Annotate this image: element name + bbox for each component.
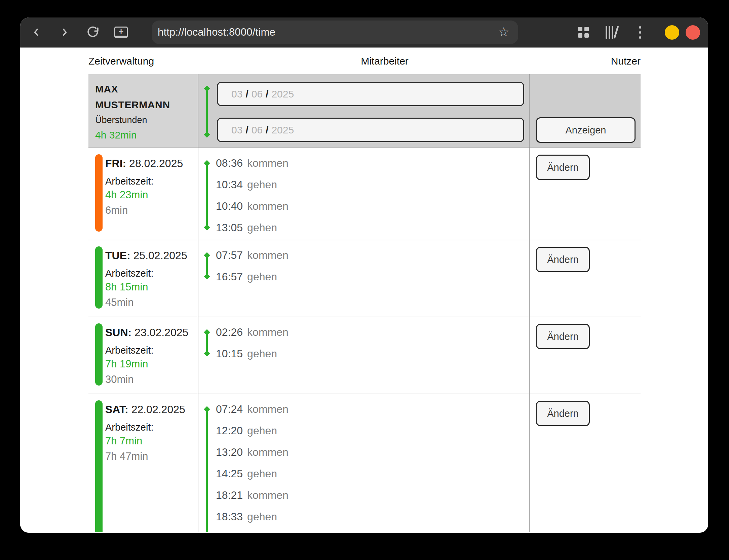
time-entry: 18:21 kommen xyxy=(216,484,529,506)
worktime-label: Arbeitszeit: xyxy=(105,421,198,433)
time-entry: 16:57 gehen xyxy=(216,266,529,287)
nav-mitarbeiter[interactable]: Mitarbeiter xyxy=(361,55,409,67)
browser-window: + http://localhost:8000/time ☆ xyxy=(20,17,708,533)
date-to-day: 03 xyxy=(231,124,242,136)
aendern-button[interactable]: Ändern xyxy=(536,401,590,426)
worktime-label: Arbeitszeit: xyxy=(105,344,198,356)
worktime-label: Arbeitszeit: xyxy=(105,267,198,279)
forward-button[interactable] xyxy=(55,22,74,43)
time-type: kommen xyxy=(247,403,289,415)
date-range-cell: 03/06/2025 03/06/2025 xyxy=(198,74,530,148)
time-value: 21:34 xyxy=(216,532,243,532)
time-value: 18:21 xyxy=(216,489,243,502)
time-type: gehen xyxy=(247,511,277,523)
grid-icon xyxy=(578,27,589,38)
page-content: Zeitverwaltung Mitarbeiter Nutzer MAX MU… xyxy=(20,48,708,532)
date-separator: / xyxy=(245,88,248,100)
worktime-label: Arbeitszeit: xyxy=(105,175,198,187)
date-to-input[interactable]: 03/06/2025 xyxy=(217,118,524,142)
reload-button[interactable] xyxy=(83,22,102,43)
bookmark-star-icon[interactable]: ☆ xyxy=(498,25,509,39)
employee-name-line1: MAX xyxy=(95,81,198,97)
back-button[interactable] xyxy=(27,22,46,43)
time-entries-cell: 08:36 kommen 10:34 gehen 10:40 kommen 13… xyxy=(198,148,530,240)
date-separator: / xyxy=(266,124,268,136)
time-value: 08:36 xyxy=(216,157,243,169)
date-range-timeline xyxy=(206,88,208,135)
time-type: gehen xyxy=(247,348,277,360)
day-heading: SUN: 23.02.2025 xyxy=(105,326,198,339)
aendern-button[interactable]: Ändern xyxy=(536,324,590,349)
time-table: MAX MUSTERMANN Überstunden 4h 32min 03/0… xyxy=(88,74,641,532)
window-minimize-button[interactable] xyxy=(665,25,679,40)
library-icon xyxy=(604,26,619,39)
nav-nutzer[interactable]: Nutzer xyxy=(611,55,641,67)
date-separator: / xyxy=(266,88,268,100)
timeline xyxy=(206,163,208,228)
date-from-year: 2025 xyxy=(271,88,294,100)
reload-icon xyxy=(85,25,100,40)
overtime-value: 4h 32min xyxy=(95,127,198,143)
time-value: 02:26 xyxy=(216,326,243,338)
nav-zeitverwaltung[interactable]: Zeitverwaltung xyxy=(88,55,154,67)
browser-toolbar: + http://localhost:8000/time ☆ xyxy=(20,17,708,48)
time-type: gehen xyxy=(247,271,277,283)
date-to-month: 06 xyxy=(252,124,263,136)
time-type: kommen xyxy=(247,532,289,532)
time-entry: 13:20 kommen xyxy=(216,441,529,463)
day-summary-cell: FRI: 28.02.2025 Arbeitszeit: 4h 23min 6m… xyxy=(88,148,198,240)
time-type: kommen xyxy=(247,326,289,338)
timeline xyxy=(206,255,208,277)
day-row: FRI: 28.02.2025 Arbeitszeit: 4h 23min 6m… xyxy=(88,148,641,240)
date-to-year: 2025 xyxy=(271,124,294,136)
day-action-cell: Ändern xyxy=(530,240,641,317)
aendern-button[interactable]: Ändern xyxy=(536,247,590,272)
apps-grid-button[interactable] xyxy=(574,22,593,43)
time-value: 10:15 xyxy=(216,348,243,360)
time-type: kommen xyxy=(247,489,289,502)
employee-summary-cell: MAX MUSTERMANN Überstunden 4h 32min xyxy=(88,74,198,148)
worktime-value: 7h 7min xyxy=(105,433,198,449)
day-heading: TUE: 25.02.2025 xyxy=(105,249,198,262)
time-entry: 21:34 kommen xyxy=(216,527,529,532)
time-value: 16:57 xyxy=(216,271,243,283)
time-value: 07:24 xyxy=(216,403,243,415)
time-entry: 10:15 gehen xyxy=(216,343,529,364)
toolbar-right-cluster xyxy=(574,22,700,43)
time-value: 13:20 xyxy=(216,446,243,458)
day-label: FRI: xyxy=(105,157,126,169)
overtime-label: Überstunden xyxy=(95,113,198,127)
date-from-input[interactable]: 03/06/2025 xyxy=(217,82,524,106)
time-type: kommen xyxy=(247,249,289,262)
time-entry: 18:33 gehen xyxy=(216,506,529,527)
time-type: gehen xyxy=(247,222,277,234)
chevron-left-icon xyxy=(31,26,41,38)
app-nav: Zeitverwaltung Mitarbeiter Nutzer xyxy=(20,48,708,74)
window-close-button[interactable] xyxy=(686,25,700,40)
day-row: SUN: 23.02.2025 Arbeitszeit: 7h 19min 30… xyxy=(88,317,641,394)
day-label: TUE: xyxy=(105,249,130,262)
day-label: SAT: xyxy=(105,403,128,415)
status-bar xyxy=(95,323,103,386)
time-value: 18:33 xyxy=(216,511,243,523)
url-text: http://localhost:8000/time xyxy=(158,26,275,38)
day-action-cell: Ändern xyxy=(530,317,641,394)
new-tab-icon: + xyxy=(114,27,128,38)
time-entry: 13:05 gehen xyxy=(216,217,529,238)
pause-value: 45min xyxy=(105,295,198,310)
anzeigen-button[interactable]: Anzeigen xyxy=(536,117,636,143)
employee-name-line2: MUSTERMANN xyxy=(95,97,198,113)
status-bar xyxy=(95,400,103,532)
aendern-button[interactable]: Ändern xyxy=(536,155,590,180)
worktime-value: 7h 19min xyxy=(105,356,198,372)
time-value: 12:20 xyxy=(216,425,243,437)
time-entries-cell: 07:24 kommen 12:20 gehen 13:20 kommen 14… xyxy=(198,394,530,532)
menu-button[interactable] xyxy=(630,22,649,43)
time-type: gehen xyxy=(247,425,277,437)
time-type: kommen xyxy=(247,446,289,458)
library-button[interactable] xyxy=(602,22,621,43)
time-entry: 10:34 gehen xyxy=(216,174,529,195)
day-heading: SAT: 22.02.2025 xyxy=(105,403,198,416)
url-bar[interactable]: http://localhost:8000/time ☆ xyxy=(152,21,518,44)
new-tab-button[interactable]: + xyxy=(112,22,130,43)
